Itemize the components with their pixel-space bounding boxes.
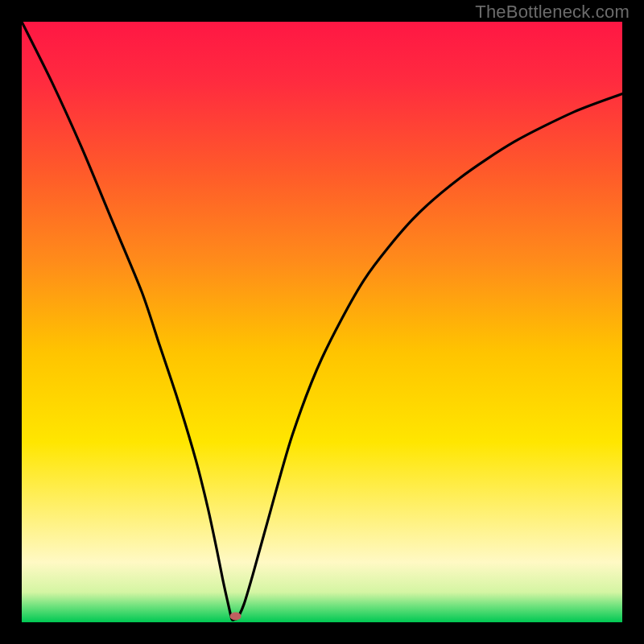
bottleneck-chart-svg — [22, 22, 622, 622]
chart-container: TheBottleneck.com — [0, 0, 644, 644]
watermark-text: TheBottleneck.com — [475, 2, 630, 23]
optimal-point-marker — [230, 613, 242, 621]
plot-area — [22, 22, 622, 622]
gradient-background — [22, 22, 622, 622]
